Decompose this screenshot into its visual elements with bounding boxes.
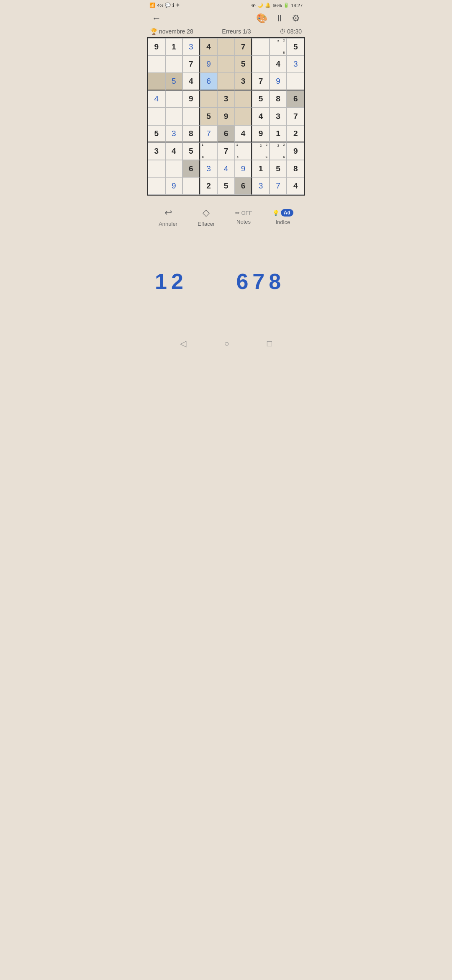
cell-3-0[interactable]: 4 xyxy=(148,90,165,108)
cell-4-2[interactable] xyxy=(182,108,200,125)
cell-4-4[interactable]: 9 xyxy=(217,108,235,125)
cell-4-3[interactable]: 5 xyxy=(200,108,218,125)
cell-3-1[interactable] xyxy=(165,90,183,108)
notes-button[interactable]: ✏ OFF Notes xyxy=(235,210,252,225)
cell-8-6[interactable]: 3 xyxy=(252,177,270,195)
cell-1-6[interactable] xyxy=(252,56,270,73)
cell-4-5[interactable] xyxy=(235,108,252,125)
cell-2-2[interactable]: 4 xyxy=(182,73,200,90)
cell-5-6[interactable]: 9 xyxy=(252,125,270,143)
cell-7-6[interactable]: 1 xyxy=(252,160,270,178)
cell-6-0[interactable]: 3 xyxy=(148,142,165,160)
cell-0-3[interactable]: 4 xyxy=(200,38,218,56)
cell-1-0[interactable] xyxy=(148,56,165,73)
cell-0-2[interactable]: 3 xyxy=(182,38,200,56)
cell-3-5[interactable] xyxy=(235,90,252,108)
cell-3-4[interactable]: 3 xyxy=(217,90,235,108)
cell-4-0[interactable] xyxy=(148,108,165,125)
cell-4-1[interactable] xyxy=(165,108,183,125)
cell-6-5[interactable]: 18 xyxy=(235,142,252,160)
cell-2-3[interactable]: 6 xyxy=(200,73,218,90)
cell-2-5[interactable]: 3 xyxy=(235,73,252,90)
cell-8-8[interactable]: 4 xyxy=(287,177,304,195)
cell-7-4[interactable]: 4 xyxy=(217,160,235,178)
cell-0-1[interactable]: 1 xyxy=(165,38,183,56)
cell-7-1[interactable] xyxy=(165,160,183,178)
cell-5-4[interactable]: 6 xyxy=(217,125,235,143)
cell-5-5[interactable]: 4 xyxy=(235,125,252,143)
cell-1-5[interactable]: 5 xyxy=(235,56,252,73)
cell-5-1[interactable]: 3 xyxy=(165,125,183,143)
cell-3-8[interactable]: 6 xyxy=(287,90,304,108)
cell-2-6[interactable]: 7 xyxy=(252,73,270,90)
cell-1-3[interactable]: 9 xyxy=(200,56,218,73)
cell-0-5[interactable]: 7 xyxy=(235,38,252,56)
cell-6-8[interactable]: 9 xyxy=(287,142,304,160)
cell-8-7[interactable]: 7 xyxy=(270,177,287,195)
cell-4-6[interactable]: 4 xyxy=(252,108,270,125)
cell-2-0[interactable] xyxy=(148,73,165,90)
erase-button[interactable]: ◇ Effacer xyxy=(198,207,215,227)
cell-1-1[interactable] xyxy=(165,56,183,73)
cell-0-4[interactable] xyxy=(217,38,235,56)
cell-6-6[interactable]: 262 xyxy=(252,142,270,160)
cell-6-3[interactable]: 18 xyxy=(200,142,218,160)
cell-0-7[interactable]: 262 xyxy=(270,38,287,56)
cell-7-0[interactable] xyxy=(148,160,165,178)
cell-4-7[interactable]: 3 xyxy=(270,108,287,125)
num-btn-1[interactable]: 1 xyxy=(153,265,169,298)
num-btn-2[interactable]: 2 xyxy=(169,265,185,298)
cell-1-7[interactable]: 4 xyxy=(270,56,287,73)
cell-8-5[interactable]: 6 xyxy=(235,177,252,195)
cell-0-6[interactable] xyxy=(252,38,270,56)
cell-1-4[interactable] xyxy=(217,56,235,73)
cell-1-8[interactable]: 3 xyxy=(287,56,304,73)
cell-7-3[interactable]: 3 xyxy=(200,160,218,178)
sudoku-grid[interactable]: 9134726257954354637949358659437538764912… xyxy=(147,37,305,196)
cell-0-8[interactable]: 5 xyxy=(287,38,304,56)
cell-5-0[interactable]: 5 xyxy=(148,125,165,143)
num-btn-7[interactable]: 7 xyxy=(250,265,267,298)
status-bar: 📶 4G 💬 ℹ ✳ 👁 🌙 🔔 66% 🔋 18:27 xyxy=(144,0,308,10)
cell-2-8[interactable] xyxy=(287,73,304,90)
cell-7-5[interactable]: 9 xyxy=(235,160,252,178)
nav-home-button[interactable]: ○ xyxy=(224,339,229,348)
cell-6-1[interactable]: 4 xyxy=(165,142,183,160)
cell-2-1[interactable]: 5 xyxy=(165,73,183,90)
cell-8-3[interactable]: 2 xyxy=(200,177,218,195)
settings-button[interactable]: ⚙ xyxy=(292,13,300,24)
battery-icon: 🔋 xyxy=(283,3,289,8)
pause-button[interactable]: ⏸ xyxy=(275,13,284,24)
cell-3-6[interactable]: 5 xyxy=(252,90,270,108)
cell-6-2[interactable]: 5 xyxy=(182,142,200,160)
cell-8-2[interactable] xyxy=(182,177,200,195)
cell-0-0[interactable]: 9 xyxy=(148,38,165,56)
cell-5-2[interactable]: 8 xyxy=(182,125,200,143)
cell-8-0[interactable] xyxy=(148,177,165,195)
cell-1-2[interactable]: 7 xyxy=(182,56,200,73)
cell-8-1[interactable]: 9 xyxy=(165,177,183,195)
cell-7-8[interactable]: 8 xyxy=(287,160,304,178)
undo-button[interactable]: ↩ Annuler xyxy=(159,207,177,227)
nav-recent-button[interactable]: □ xyxy=(267,339,272,348)
cell-4-8[interactable]: 7 xyxy=(287,108,304,125)
cell-7-2[interactable]: 6 xyxy=(182,160,200,178)
num-btn-8[interactable]: 8 xyxy=(267,265,283,298)
hint-button[interactable]: 💡 Ad Indice xyxy=(272,209,293,225)
back-button[interactable]: ← xyxy=(152,13,161,24)
cell-5-3[interactable]: 7 xyxy=(200,125,218,143)
cell-2-4[interactable] xyxy=(217,73,235,90)
cell-6-4[interactable]: 7 xyxy=(217,142,235,160)
cell-3-2[interactable]: 9 xyxy=(182,90,200,108)
palette-button[interactable]: 🎨 xyxy=(256,13,267,24)
cell-7-7[interactable]: 5 xyxy=(270,160,287,178)
cell-8-4[interactable]: 5 xyxy=(217,177,235,195)
nav-back-button[interactable]: ◁ xyxy=(180,338,186,348)
cell-3-3[interactable] xyxy=(200,90,218,108)
cell-5-8[interactable]: 2 xyxy=(287,125,304,143)
cell-6-7[interactable]: 262 xyxy=(270,142,287,160)
cell-5-7[interactable]: 1 xyxy=(270,125,287,143)
cell-2-7[interactable]: 9 xyxy=(270,73,287,90)
cell-3-7[interactable]: 8 xyxy=(270,90,287,108)
num-btn-6[interactable]: 6 xyxy=(234,265,250,298)
